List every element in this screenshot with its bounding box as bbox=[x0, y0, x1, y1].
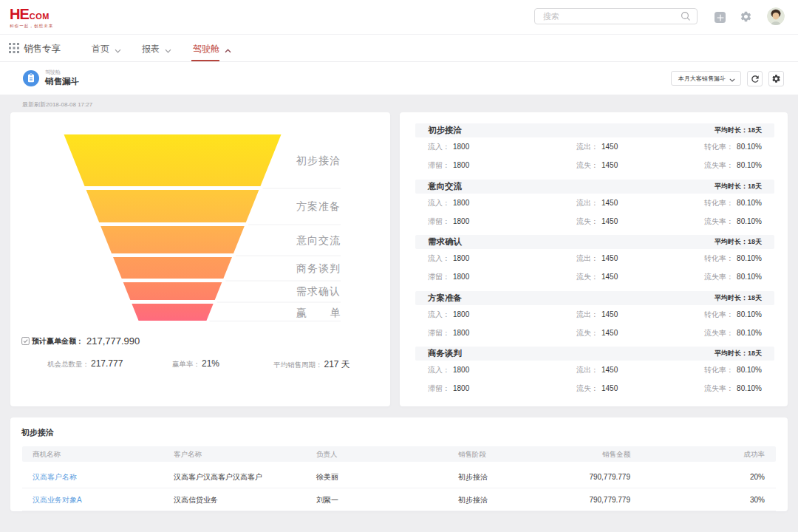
metric-label: 流入： bbox=[428, 366, 450, 374]
nav-item-cockpit[interactable]: 驾驶舱 bbox=[193, 43, 231, 55]
search-input[interactable] bbox=[543, 12, 681, 21]
funnel-segment-2[interactable] bbox=[100, 226, 245, 253]
funnel-segment-5[interactable] bbox=[132, 304, 213, 321]
column-header[interactable]: 负责人 bbox=[316, 446, 338, 462]
stage-metric: 滞留：1800 bbox=[428, 268, 469, 286]
column-header[interactable]: 销售阶段 bbox=[458, 446, 486, 462]
stage-metric: 流失率：80.10% bbox=[704, 213, 762, 231]
metric-label: 流失： bbox=[576, 329, 598, 337]
stage-metric: 转化率：80.10% bbox=[704, 361, 762, 379]
metric-value: 1800 bbox=[453, 143, 469, 151]
stage-block-header: 初步接洽平均时长：18天 bbox=[415, 123, 774, 137]
metric-value: 80.10% bbox=[737, 254, 762, 262]
stage-metric-row: 流入：1800流出：1450转化率：80.10% bbox=[415, 194, 774, 212]
opportunity-link[interactable]: 汉高客户名称 bbox=[33, 466, 77, 488]
table-cell: 初步接洽 bbox=[458, 489, 488, 511]
stage-metric-row: 流入：1800流出：1450转化率：80.10% bbox=[415, 138, 774, 156]
stage-metric: 流入：1800 bbox=[428, 250, 469, 267]
metric-value: 1450 bbox=[601, 384, 618, 392]
table-cell: 790,779.779 bbox=[589, 466, 630, 488]
funnel-stage-label: 初步接洽 bbox=[296, 154, 341, 166]
funnel-segment-3[interactable] bbox=[113, 257, 232, 279]
stage-metric: 流失率：80.10% bbox=[704, 268, 762, 286]
column-header[interactable]: 成功率 bbox=[744, 446, 765, 462]
stage-metric: 滞留：1800 bbox=[428, 157, 469, 174]
refresh-button[interactable] bbox=[747, 71, 763, 86]
funnel-stage-label: 赢单 bbox=[296, 307, 341, 318]
stage-metric-row: 滞留：1800流失：1450流失率：80.10% bbox=[415, 268, 774, 286]
metric-label: 滞留： bbox=[428, 329, 450, 337]
metric-label: 流失： bbox=[576, 273, 598, 281]
stage-metric: 流失率：80.10% bbox=[704, 380, 762, 398]
metric-label: 流失： bbox=[576, 217, 598, 225]
metric-label: 转化率： bbox=[704, 254, 734, 262]
metric-label: 流失率： bbox=[704, 161, 734, 169]
stat-value: 21% bbox=[202, 358, 219, 369]
table-cell: 初步接洽 bbox=[458, 466, 488, 488]
stage-metrics-card: 初步接洽平均时长：18天流入：1800流出：1450转化率：80.10%滞留：1… bbox=[400, 112, 788, 406]
metric-label: 流失： bbox=[576, 384, 598, 392]
search-icon[interactable] bbox=[681, 11, 691, 21]
metric-value: 80.10% bbox=[737, 310, 762, 318]
stage-block-header: 意向交流平均时长：18天 bbox=[415, 180, 774, 194]
funnel-card: 初步接洽方案准备意向交流商务谈判需求确认赢单 预计赢单金额： 217,777.9… bbox=[10, 112, 390, 406]
stage-metric-row: 流入：1800流出：1450转化率：80.10% bbox=[415, 306, 774, 324]
app-grid-icon[interactable] bbox=[9, 43, 19, 53]
column-header[interactable]: 客户名称 bbox=[174, 446, 202, 462]
stage-block-header: 需求确认平均时长：18天 bbox=[415, 235, 774, 249]
chart-settings-button[interactable] bbox=[768, 71, 784, 86]
global-search[interactable] bbox=[534, 8, 698, 24]
nav-item-reports[interactable]: 报表 bbox=[142, 43, 171, 55]
funnel-segment-1[interactable] bbox=[86, 190, 259, 222]
funnel-filter-select[interactable]: 本月大客销售漏斗 bbox=[671, 71, 741, 86]
opportunity-link[interactable]: 汉高业务对象A bbox=[33, 489, 82, 511]
stage-metric: 转化率：80.10% bbox=[704, 194, 762, 212]
metric-value: 1800 bbox=[453, 384, 469, 392]
stage-duration: 平均时长：18天 bbox=[715, 182, 762, 191]
stage-metric: 流出：1450 bbox=[576, 306, 618, 324]
chevron-down-icon bbox=[165, 45, 171, 55]
stage-block-0: 初步接洽平均时长：18天流入：1800流出：1450转化率：80.10%滞留：1… bbox=[415, 123, 774, 179]
nav-item-label: 驾驶舱 bbox=[193, 43, 219, 55]
stat-value: 217.777 bbox=[91, 358, 123, 369]
column-header[interactable]: 商机名称 bbox=[33, 446, 61, 462]
metric-value: 1450 bbox=[601, 254, 618, 262]
stage-name: 方案准备 bbox=[428, 293, 462, 304]
table-row[interactable]: 汉高客户名称汉高客户汉高客户汉高客户徐美丽初步接洽790,779.77920% bbox=[22, 466, 776, 488]
stat-total-opportunities: 机会总数量： 217.777 bbox=[47, 358, 123, 369]
expected-win-label: 预计赢单金额： bbox=[32, 336, 83, 347]
stage-block-header: 商务谈判平均时长：18天 bbox=[415, 347, 774, 361]
stat-value: 217 天 bbox=[324, 358, 350, 371]
table-cell: 30% bbox=[750, 489, 765, 511]
nav-item-label: 首页 bbox=[92, 43, 109, 55]
metric-value: 1800 bbox=[453, 254, 469, 262]
gear-icon bbox=[740, 10, 752, 23]
stage-metric: 流失率：80.10% bbox=[704, 157, 762, 174]
metric-label: 滞留： bbox=[428, 161, 450, 169]
settings-button[interactable] bbox=[740, 10, 752, 23]
table-row[interactable]: 汉高业务对象A汉高信贷业务刘聚一初步接洽790,779.77930% bbox=[22, 489, 776, 511]
stage-metric-row: 流入：1800流出：1450转化率：80.10% bbox=[415, 361, 774, 379]
column-header[interactable]: 销售金额 bbox=[602, 446, 630, 462]
metric-value: 1450 bbox=[601, 273, 618, 281]
expected-win-value: 217,777.990 bbox=[86, 335, 140, 347]
user-avatar[interactable] bbox=[767, 7, 785, 25]
funnel-segment-4[interactable] bbox=[123, 282, 222, 300]
app-root: HE com 和你一起，创想未来 bbox=[0, 0, 798, 532]
nav-bar: 销售专享 首页 报表 驾驶舱 bbox=[0, 35, 798, 62]
metric-value: 80.10% bbox=[737, 366, 762, 374]
stage-metric: 转化率：80.10% bbox=[704, 306, 762, 324]
add-button[interactable] bbox=[715, 12, 726, 23]
workspace-title[interactable]: 销售专享 bbox=[24, 43, 61, 55]
table-cell: 汉高信贷业务 bbox=[174, 489, 218, 511]
metric-value: 1450 bbox=[601, 310, 618, 318]
nav-item-home[interactable]: 首页 bbox=[92, 43, 121, 55]
funnel-segment-0[interactable] bbox=[64, 134, 282, 186]
logo-sub: com bbox=[30, 12, 50, 21]
stage-duration: 平均时长：18天 bbox=[715, 126, 762, 135]
stage-metric: 转化率：80.10% bbox=[704, 250, 762, 267]
opportunity-table-card: 初步接洽 商机名称客户名称负责人销售阶段销售金额成功率 汉高客户名称汉高客户汉高… bbox=[10, 417, 788, 511]
stage-metric: 流出：1450 bbox=[576, 361, 618, 379]
hecom-logo[interactable]: HE com 和你一起，创想未来 bbox=[10, 6, 53, 29]
stage-duration: 平均时长：18天 bbox=[715, 237, 762, 247]
